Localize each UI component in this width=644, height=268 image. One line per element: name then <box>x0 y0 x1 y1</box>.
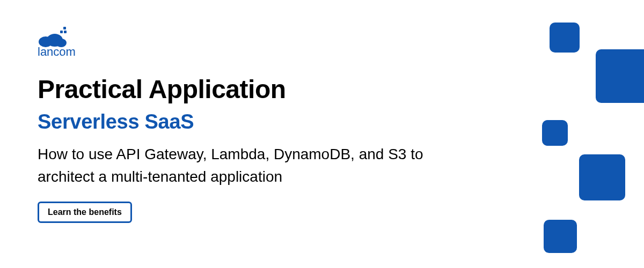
svg-rect-0 <box>63 27 66 29</box>
decorative-squares <box>537 0 644 268</box>
page-description: How to use API Gateway, Lambda, DynamoDB… <box>38 143 445 188</box>
decorative-square <box>550 23 580 53</box>
decorative-square <box>596 49 644 103</box>
cta-button[interactable]: Learn the benefits <box>38 202 132 223</box>
svg-rect-1 <box>60 31 63 33</box>
main-content: lancom Practical Application Serverless … <box>0 0 483 250</box>
decorative-square <box>542 120 568 146</box>
cta-label: Learn the benefits <box>48 207 122 217</box>
brand-logo: lancom <box>38 27 445 61</box>
decorative-square <box>544 220 577 253</box>
svg-rect-2 <box>64 31 67 33</box>
page-subheading: Serverless SaaS <box>38 110 445 133</box>
lancom-logo-icon: lancom <box>38 27 102 59</box>
decorative-square <box>579 154 625 200</box>
brand-name-text: lancom <box>38 45 76 58</box>
page-heading: Practical Application <box>38 75 445 104</box>
